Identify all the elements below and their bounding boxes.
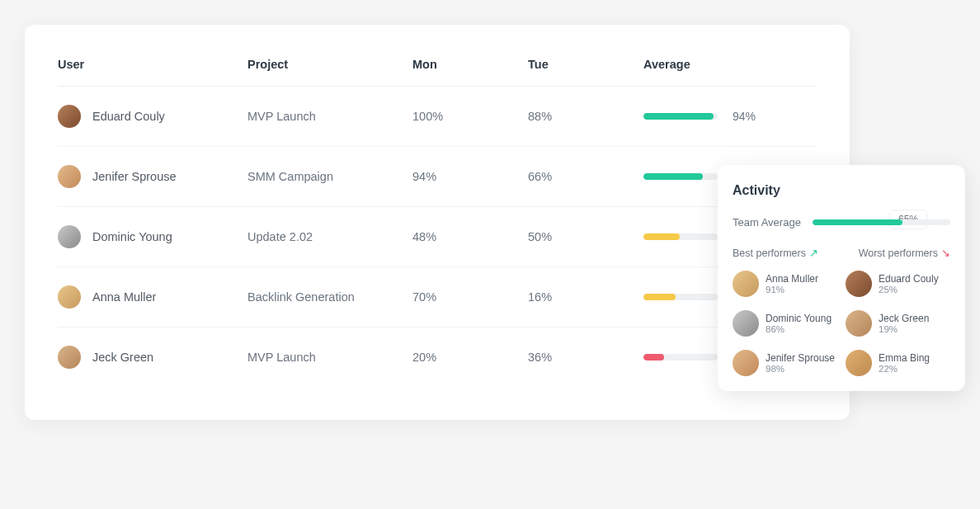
user-name: Dominic Young	[92, 230, 172, 243]
avatar	[58, 165, 81, 188]
user-cell: Anna Muller	[58, 285, 247, 309]
project-cell: MVP Launch	[247, 351, 412, 364]
mon-cell: 20%	[412, 351, 528, 364]
tue-cell: 50%	[528, 230, 643, 243]
performers-header: Best performers ↗ Worst performers ↘	[733, 247, 950, 259]
avatar	[846, 310, 872, 337]
arrow-down-icon: ↘	[941, 247, 950, 259]
project-cell: SMM Campaign	[247, 170, 412, 183]
avatar	[733, 271, 759, 297]
user-name: Anna Muller	[92, 290, 156, 304]
performer-pct: 86%	[766, 324, 832, 334]
mon-cell: 70%	[412, 290, 528, 304]
col-user: User	[58, 58, 247, 71]
user-name: Eduard Couly	[92, 110, 165, 123]
worst-performers-title: Worst performers ↘	[859, 247, 950, 259]
tue-cell: 16%	[528, 290, 643, 304]
worst-performer-item[interactable]: Jeck Green19%	[846, 310, 950, 337]
performer-pct: 91%	[766, 285, 818, 295]
best-performers-title: Best performers ↗	[733, 247, 818, 259]
tue-cell: 66%	[528, 170, 643, 183]
average-bar	[643, 294, 718, 300]
mon-cell: 100%	[412, 110, 528, 123]
performer-pct: 98%	[766, 364, 835, 374]
col-mon: Mon	[412, 58, 528, 71]
best-performer-item[interactable]: Dominic Young86%	[733, 310, 837, 337]
user-cell: Eduard Couly	[58, 105, 247, 128]
avatar	[58, 346, 81, 369]
worst-performer-item[interactable]: Eduard Couly25%	[846, 271, 950, 297]
average-cell: 94%	[643, 110, 808, 123]
average-bar	[643, 354, 718, 361]
col-average: Average	[643, 58, 808, 71]
table-header: User Project Mon Tue Average	[58, 49, 817, 87]
col-project: Project	[247, 58, 412, 71]
performer-name: Emma Bing	[879, 352, 930, 364]
performers-grid: Anna Muller91%Eduard Couly25%Dominic You…	[733, 271, 950, 376]
performer-name: Jenifer Sprouse	[766, 352, 835, 364]
team-average-bar	[813, 219, 950, 225]
user-cell: Dominic Young	[58, 225, 247, 248]
mon-cell: 94%	[412, 170, 528, 183]
col-tue: Tue	[528, 58, 643, 71]
avatar	[846, 350, 872, 376]
performer-pct: 22%	[879, 364, 930, 374]
average-bar	[643, 173, 718, 180]
project-cell: Update 2.02	[247, 230, 412, 243]
activity-title: Activity	[733, 183, 950, 198]
performer-name: Eduard Couly	[879, 273, 939, 285]
avatar	[846, 271, 872, 297]
avatar	[733, 350, 759, 376]
performer-name: Jeck Green	[879, 313, 929, 324]
user-name: Jeck Green	[92, 351, 153, 364]
performer-name: Dominic Young	[766, 313, 832, 324]
table-row[interactable]: Anna MullerBacklink Generation70%16%	[58, 267, 817, 328]
user-name: Jenifer Sprouse	[92, 170, 177, 183]
team-average-label: Team Average	[733, 216, 801, 229]
project-cell: Backlink Generation	[247, 290, 412, 304]
tue-cell: 36%	[528, 351, 643, 364]
avatar	[58, 105, 81, 128]
activity-card: Activity 65% Team Average Best performer…	[718, 165, 965, 391]
table-row[interactable]: Eduard CoulyMVP Launch100%88%94%	[58, 87, 817, 147]
avatar	[58, 225, 81, 248]
mon-cell: 48%	[412, 230, 528, 243]
performer-pct: 25%	[879, 285, 939, 295]
table-row[interactable]: Dominic YoungUpdate 2.0248%50%	[58, 207, 817, 267]
project-cell: MVP Launch	[247, 110, 412, 123]
average-label: 94%	[733, 110, 756, 123]
best-performer-item[interactable]: Jenifer Sprouse98%	[733, 350, 837, 376]
performer-pct: 19%	[879, 324, 929, 334]
average-bar	[643, 113, 718, 120]
average-bar	[643, 233, 718, 240]
worst-performer-item[interactable]: Emma Bing22%	[846, 350, 950, 376]
table-row[interactable]: Jeck GreenMVP Launch20%36%	[58, 328, 817, 387]
user-cell: Jeck Green	[58, 346, 247, 369]
table-row[interactable]: Jenifer SprouseSMM Campaign94%66%	[58, 147, 817, 207]
team-average-section: 65% Team Average	[733, 216, 950, 229]
tue-cell: 88%	[528, 110, 643, 123]
performer-name: Anna Muller	[766, 273, 818, 285]
arrow-up-icon: ↗	[809, 247, 818, 259]
user-cell: Jenifer Sprouse	[58, 165, 247, 188]
best-performer-item[interactable]: Anna Muller91%	[733, 271, 837, 297]
avatar	[58, 285, 81, 309]
avatar	[733, 310, 759, 337]
